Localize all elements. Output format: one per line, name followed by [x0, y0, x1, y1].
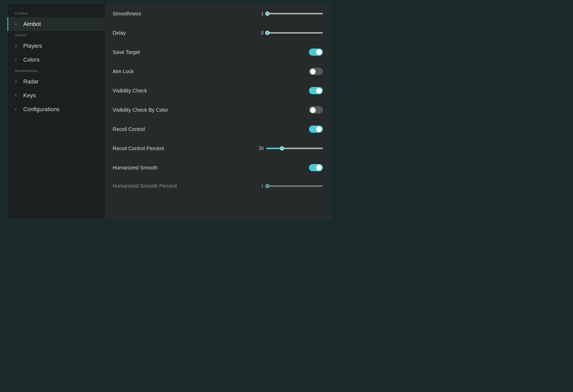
- nav-label: Aimbot: [23, 21, 41, 27]
- toggle-knob: [316, 88, 322, 93]
- nav-key: E: [15, 94, 20, 97]
- slider-track[interactable]: [266, 13, 323, 14]
- slider-track[interactable]: [266, 32, 323, 34]
- setting-name: Recoil Control Percent: [113, 146, 164, 151]
- setting-row-smoothness[interactable]: Smoothness1: [105, 4, 331, 23]
- setting-control: 1: [255, 183, 323, 189]
- setting-row-recoil-control-percent[interactable]: Recoil Control Percent30: [105, 139, 331, 158]
- toggle-on[interactable]: [309, 87, 323, 94]
- slider-thumb[interactable]: [265, 31, 269, 35]
- sidebar-item-configurations[interactable]: FConfigurations: [7, 102, 105, 116]
- setting-control: 30: [255, 146, 323, 151]
- toggle-knob: [310, 69, 316, 74]
- setting-name: Aim Lock: [113, 69, 134, 74]
- section-label: Visuals: [7, 31, 105, 39]
- sidebar-item-colors[interactable]: CColors: [7, 53, 105, 67]
- nav-label: Keys: [23, 92, 36, 99]
- nav-label: Players: [23, 43, 42, 49]
- setting-name: Recoil Control: [113, 126, 145, 132]
- slider-thumb[interactable]: [280, 146, 284, 150]
- slider-container[interactable]: 0: [255, 30, 323, 36]
- setting-name: Humanized Smooth Percent: [113, 183, 177, 189]
- app-container: CombatAAimbotVisualsBPlayersCColorsMisce…: [7, 4, 331, 219]
- setting-row-delay[interactable]: Delay0: [105, 23, 331, 43]
- setting-name: Save Target: [113, 49, 140, 55]
- sidebar-item-keys[interactable]: EKeys: [7, 89, 105, 102]
- nav-key: F: [15, 108, 20, 111]
- setting-row-visibility-check-by-color[interactable]: Visibility Check By Color: [105, 100, 331, 120]
- slider-thumb[interactable]: [265, 184, 269, 188]
- setting-name: Humanized Smooth: [113, 165, 158, 171]
- setting-row-visibility-check[interactable]: Visibility Check: [105, 81, 331, 100]
- sidebar-item-aimbot[interactable]: AAimbot: [7, 17, 105, 31]
- setting-control: [309, 87, 323, 94]
- slider-container[interactable]: 1: [255, 11, 323, 16]
- setting-row-aim-lock[interactable]: Aim Lock: [105, 62, 331, 81]
- nav-key: C: [15, 58, 20, 61]
- setting-control: [309, 68, 323, 75]
- nav-key: D: [15, 80, 20, 83]
- section-label: Miscellaneous: [7, 67, 105, 75]
- sidebar: CombatAAimbotVisualsBPlayersCColorsMisce…: [7, 4, 105, 219]
- setting-control: [309, 106, 323, 113]
- sidebar-item-radar[interactable]: DRadar: [7, 75, 105, 89]
- toggle-on[interactable]: [309, 49, 323, 56]
- slider-value: 1: [255, 183, 264, 189]
- toggle-off[interactable]: [309, 106, 323, 113]
- setting-control: 0: [255, 30, 323, 36]
- slider-value: 1: [255, 11, 264, 16]
- toggle-knob: [310, 107, 316, 113]
- toggle-on[interactable]: [309, 126, 323, 133]
- setting-name: Smoothness: [113, 11, 141, 17]
- nav-label: Radar: [23, 78, 39, 85]
- nav-key: B: [15, 44, 20, 47]
- setting-name: Visibility Check: [113, 88, 147, 94]
- toggle-off[interactable]: [309, 68, 323, 75]
- sidebar-item-players[interactable]: BPlayers: [7, 39, 105, 53]
- setting-row-save-target[interactable]: Save Target: [105, 43, 331, 62]
- nav-key: A: [15, 23, 20, 26]
- nav-label: Configurations: [23, 106, 60, 113]
- setting-control: [309, 126, 323, 133]
- setting-row-humanized-smooth-percent[interactable]: Humanized Smooth Percent1: [105, 177, 331, 195]
- main-content: Smoothness1Delay0Save TargetAim LockVisi…: [105, 4, 331, 219]
- slider-track[interactable]: [266, 148, 323, 149]
- setting-control: [309, 164, 323, 171]
- slider-track[interactable]: [266, 185, 323, 187]
- slider-container[interactable]: 30: [255, 146, 323, 151]
- setting-row-recoil-control[interactable]: Recoil Control: [105, 120, 331, 139]
- section-label: Combat: [7, 9, 105, 17]
- toggle-on[interactable]: [309, 164, 323, 171]
- slider-value: 30: [255, 146, 264, 151]
- slider-value: 0: [255, 30, 264, 36]
- toggle-knob: [316, 165, 322, 170]
- setting-name: Delay: [113, 30, 126, 36]
- settings-list[interactable]: Smoothness1Delay0Save TargetAim LockVisi…: [105, 4, 331, 219]
- slider-thumb[interactable]: [265, 12, 269, 16]
- setting-name: Visibility Check By Color: [113, 107, 168, 113]
- toggle-knob: [316, 126, 322, 132]
- toggle-knob: [316, 49, 322, 55]
- slider-container[interactable]: 1: [255, 183, 323, 189]
- setting-row-humanized-smooth[interactable]: Humanized Smooth: [105, 158, 331, 177]
- setting-control: 1: [255, 11, 323, 16]
- setting-control: [309, 49, 323, 56]
- nav-label: Colors: [23, 56, 40, 63]
- slider-fill: [266, 148, 282, 149]
